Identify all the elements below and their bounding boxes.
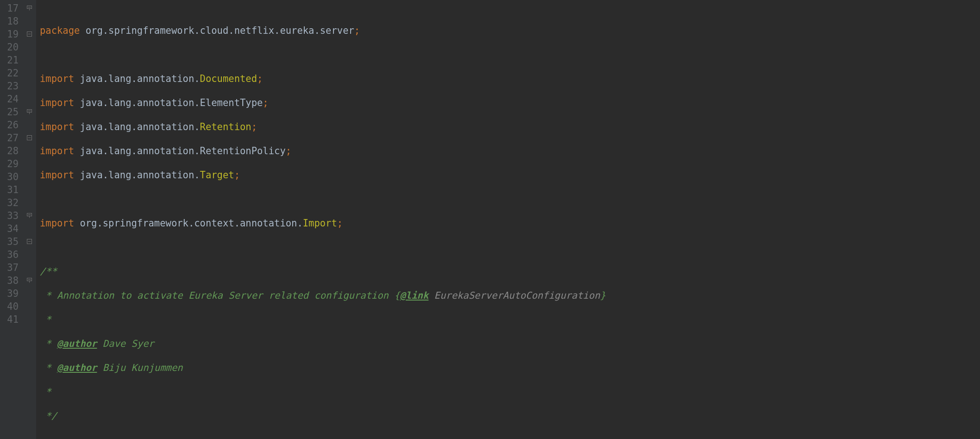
line-number: 33 bbox=[4, 209, 19, 222]
code-line: import java.lang.annotation.ElementType; bbox=[40, 96, 980, 109]
package-path: org.springframework.cloud.netflix.eureka… bbox=[80, 25, 354, 36]
code-line: * @author Dave Syer bbox=[40, 337, 980, 350]
fold-expand-icon[interactable] bbox=[27, 278, 33, 284]
fold-expand-icon[interactable] bbox=[27, 109, 33, 115]
javadoc-text: * bbox=[40, 314, 51, 325]
line-number: 41 bbox=[4, 313, 19, 326]
line-number: 27 bbox=[4, 132, 19, 144]
line-number: 35 bbox=[4, 235, 19, 248]
line-number: 37 bbox=[4, 261, 19, 274]
brace: } bbox=[600, 290, 606, 301]
code-line: package org.springframework.cloud.netfli… bbox=[40, 24, 980, 37]
fold-expand-icon[interactable] bbox=[27, 213, 33, 219]
brace: { bbox=[394, 290, 400, 301]
keyword-import: import bbox=[40, 97, 74, 108]
code-line: * bbox=[40, 313, 980, 326]
line-number: 19 bbox=[4, 28, 19, 41]
import-class: Import bbox=[303, 218, 337, 229]
line-number: 23 bbox=[4, 80, 19, 93]
code-line: */ bbox=[40, 409, 980, 422]
javadoc-tag-author: @author bbox=[57, 338, 97, 349]
fold-gutter bbox=[23, 0, 36, 439]
javadoc-link-ref: EurekaServerAutoConfiguration bbox=[428, 290, 600, 301]
import-path: java.lang.annotation. bbox=[74, 73, 200, 84]
semicolon: ; bbox=[263, 97, 268, 108]
line-number: 20 bbox=[4, 41, 19, 54]
line-number: 39 bbox=[4, 287, 19, 300]
line-number: 22 bbox=[4, 67, 19, 80]
javadoc-open: /** bbox=[40, 266, 57, 277]
line-number: 32 bbox=[4, 196, 19, 209]
code-line: import java.lang.annotation.Target; bbox=[40, 169, 980, 182]
semicolon: ; bbox=[337, 218, 343, 229]
javadoc-tag-link: @link bbox=[400, 290, 429, 301]
import-path: org.springframework.context.annotation. bbox=[74, 218, 303, 229]
semicolon: ; bbox=[257, 73, 263, 84]
keyword-import: import bbox=[40, 121, 74, 132]
code-line: * Annotation to activate Eureka Server r… bbox=[40, 289, 980, 302]
import-class: Retention bbox=[200, 121, 251, 132]
keyword-package: package bbox=[40, 25, 80, 36]
keyword-import: import bbox=[40, 73, 74, 84]
import-path: java.lang.annotation. bbox=[74, 121, 200, 132]
javadoc-tag-author: @author bbox=[57, 362, 97, 373]
code-line bbox=[40, 433, 980, 439]
fold-collapse-icon[interactable] bbox=[27, 135, 33, 141]
line-number: 18 bbox=[4, 15, 19, 28]
javadoc-author-name: Biju Kunjummen bbox=[97, 362, 182, 373]
import-path: java.lang.annotation.ElementType bbox=[74, 97, 263, 108]
line-number: 29 bbox=[4, 157, 19, 170]
code-line: * @author Biju Kunjummen bbox=[40, 361, 980, 374]
javadoc-author-name: Dave Syer bbox=[97, 338, 154, 349]
javadoc-text: * bbox=[40, 362, 57, 373]
import-class: Documented bbox=[200, 73, 257, 84]
fold-collapse-icon[interactable] bbox=[27, 239, 33, 245]
keyword-import: import bbox=[40, 218, 74, 229]
line-number: 28 bbox=[4, 144, 19, 157]
code-editor[interactable]: package org.springframework.cloud.netfli… bbox=[36, 0, 980, 439]
line-number: 21 bbox=[4, 54, 19, 67]
keyword-import: import bbox=[40, 169, 74, 181]
line-number: 26 bbox=[4, 119, 19, 132]
import-class: Target bbox=[200, 169, 234, 181]
fold-collapse-icon[interactable] bbox=[27, 31, 33, 38]
code-line bbox=[40, 193, 980, 206]
line-number-gutter: 1718192021222324252627282930313233343536… bbox=[0, 0, 23, 439]
line-number: 38 bbox=[4, 274, 19, 287]
line-number: 31 bbox=[4, 183, 19, 196]
javadoc-text: * Annotation to activate Eureka Server r… bbox=[40, 290, 394, 301]
semicolon: ; bbox=[354, 25, 360, 36]
code-line: import org.springframework.context.annot… bbox=[40, 217, 980, 230]
code-line: import java.lang.annotation.Documented; bbox=[40, 72, 980, 85]
line-number: 36 bbox=[4, 248, 19, 261]
code-line bbox=[40, 241, 980, 254]
line-number: 40 bbox=[4, 300, 19, 313]
semicolon: ; bbox=[286, 145, 291, 157]
fold-expand-icon[interactable] bbox=[27, 6, 33, 12]
javadoc-text: * bbox=[40, 386, 51, 397]
import-path: java.lang.annotation. bbox=[74, 169, 200, 181]
line-number: 24 bbox=[4, 93, 19, 106]
code-line: /** bbox=[40, 265, 980, 278]
semicolon: ; bbox=[251, 121, 257, 132]
code-line: import java.lang.annotation.Retention; bbox=[40, 120, 980, 133]
javadoc-text: * bbox=[40, 338, 57, 349]
line-number: 25 bbox=[4, 106, 19, 119]
code-line: * bbox=[40, 385, 980, 398]
code-line: import java.lang.annotation.RetentionPol… bbox=[40, 144, 980, 157]
semicolon: ; bbox=[234, 169, 240, 181]
code-line bbox=[40, 48, 980, 61]
keyword-import: import bbox=[40, 145, 74, 157]
import-path: java.lang.annotation.RetentionPolicy bbox=[74, 145, 286, 157]
line-number: 34 bbox=[4, 222, 19, 235]
line-number: 30 bbox=[4, 170, 19, 183]
javadoc-close: */ bbox=[40, 410, 57, 421]
line-number: 17 bbox=[4, 2, 19, 15]
